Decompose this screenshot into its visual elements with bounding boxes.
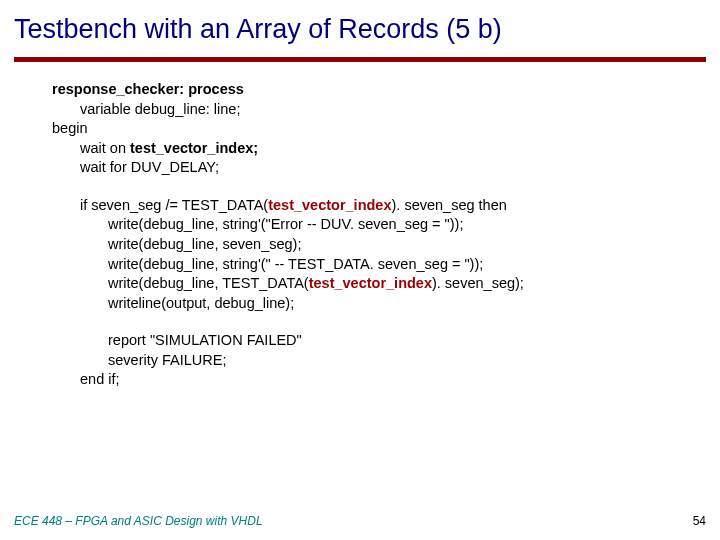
code-var: test_vector_index (268, 197, 391, 213)
code-line: write(debug_line, string'("Error -- DUV.… (52, 215, 720, 235)
code-line: response_checker: process (52, 80, 720, 100)
code-line: end if; (52, 370, 720, 390)
code-line: wait for DUV_DELAY; (52, 158, 720, 178)
code-line: wait on test_vector_index; (52, 139, 720, 159)
title-divider (14, 57, 706, 62)
code-text: response_checker: (52, 81, 188, 97)
slide-footer: ECE 448 – FPGA and ASIC Design with VHDL… (14, 514, 706, 528)
code-text: if seven_seg /= TEST_DATA( (80, 197, 268, 213)
code-text: ). seven_seg then (392, 197, 507, 213)
code-text: wait on (80, 140, 130, 156)
code-text: write(debug_line, TEST_DATA( (108, 275, 309, 291)
code-var: test_vector_index (309, 275, 432, 291)
code-text: ). seven_seg); (432, 275, 524, 291)
code-line: writeline(output, debug_line); (52, 294, 720, 314)
code-line: report "SIMULATION FAILED" (52, 331, 720, 351)
page-number: 54 (693, 514, 706, 528)
footer-course: ECE 448 – FPGA and ASIC Design with VHDL (14, 514, 263, 528)
slide-title: Testbench with an Array of Records (5 b) (0, 0, 720, 53)
code-line: begin (52, 119, 720, 139)
code-line: variable debug_line: line; (52, 100, 720, 120)
code-line: write(debug_line, seven_seg); (52, 235, 720, 255)
code-line: write(debug_line, TEST_DATA(test_vector_… (52, 274, 720, 294)
code-line: severity FAILURE; (52, 351, 720, 371)
code-line: write(debug_line, string'(" -- TEST_DATA… (52, 255, 720, 275)
code-bold: test_vector_index; (130, 140, 258, 156)
code-block: response_checker: process variable debug… (0, 80, 720, 390)
code-keyword: process (188, 81, 244, 97)
code-line: if seven_seg /= TEST_DATA(test_vector_in… (52, 196, 720, 216)
